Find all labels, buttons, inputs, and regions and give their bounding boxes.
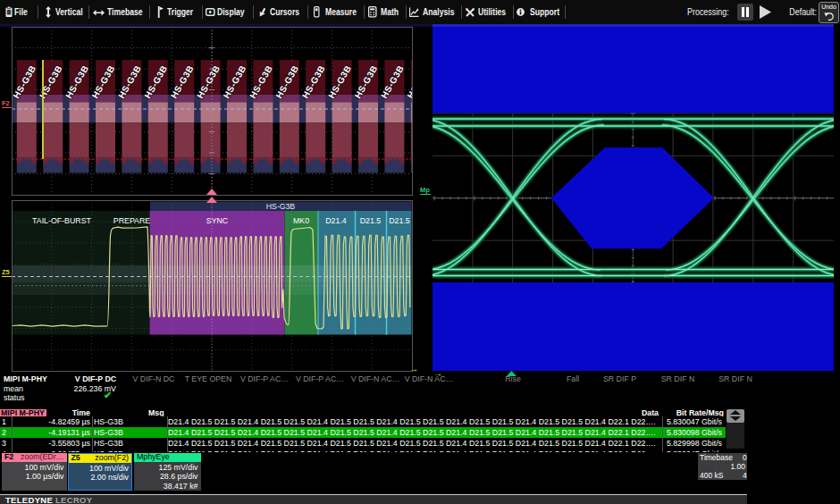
svg-text:D21.5: D21.5 — [389, 216, 410, 225]
svg-text:MK0: MK0 — [293, 216, 309, 225]
svg-text:SYNC: SYNC — [206, 216, 229, 225]
svg-text:D21.4: D21.4 — [325, 216, 347, 225]
svg-text:HS-G3B: HS-G3B — [266, 202, 296, 211]
svg-text:PREPARE: PREPARE — [113, 216, 151, 225]
svg-text:D21.5: D21.5 — [360, 216, 382, 225]
svg-text:TAIL-OF-BURST: TAIL-OF-BURST — [32, 216, 91, 225]
